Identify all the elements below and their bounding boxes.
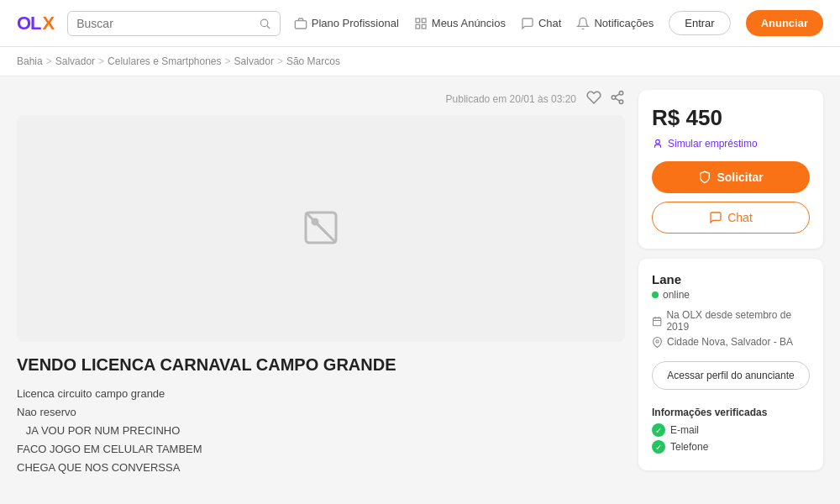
verified-section: Informações verificadas ✓ E-mail ✓ Telef… (652, 407, 810, 454)
logo-ol: OL (17, 13, 41, 34)
verified-email-label: E-mail (670, 424, 699, 436)
grid-icon (414, 17, 428, 30)
desc-line-4: FACO JOGO EM CELULAR TAMBEM (17, 443, 202, 455)
email-check-icon: ✓ (652, 423, 665, 437)
logo-x: X (43, 13, 55, 34)
solicitar-button[interactable]: Solicitar (652, 161, 810, 193)
breadcrumb-sao-marcos[interactable]: São Marcos (286, 55, 340, 67)
anunciar-button[interactable]: Anunciar (746, 10, 823, 36)
seller-location-label: Cidade Nova, Salvador - BA (667, 336, 793, 348)
verified-email: ✓ E-mail (652, 423, 810, 437)
desc-line-5: CHEGA QUE NOS CONVERSSA (17, 461, 180, 474)
breadcrumb-celulares[interactable]: Celulares e Smartphones (108, 55, 221, 67)
seller-olx-since: Na OLX desde setembro de 2019 (652, 309, 810, 333)
svg-rect-2 (295, 20, 306, 28)
breadcrumb-sep-2: > (98, 55, 104, 67)
logo[interactable]: OLX (17, 13, 54, 34)
svg-line-11 (615, 94, 619, 97)
price-value: R$ 450 (652, 105, 810, 131)
breadcrumb-sep-3: > (225, 55, 231, 67)
simular-label: Simular empréstimo (668, 138, 758, 150)
listing-image (17, 115, 625, 342)
seller-card: Lane online Na OLX desde setembro de 201… (638, 259, 823, 470)
chat-label: Chat (727, 211, 753, 224)
nav-items: Plano Profissional Meus Anúncios Chat No… (294, 10, 823, 36)
nav-meus-anuncios[interactable]: Meus Anúncios (414, 17, 506, 30)
search-bar[interactable] (67, 11, 280, 36)
seller-status-label: online (663, 289, 690, 301)
seller-status: online (652, 289, 810, 301)
nav-notificacoes[interactable]: Notificações (576, 17, 654, 30)
published-date: Publicado em 20/01 às 03:20 (446, 93, 576, 105)
shield-icon (698, 171, 711, 184)
verified-phone-label: Telefone (670, 441, 708, 453)
svg-point-20 (656, 339, 659, 342)
svg-point-7 (619, 92, 623, 96)
search-input[interactable] (76, 17, 252, 30)
seller-since-label: Na OLX desde setembro de 2019 (666, 309, 810, 333)
online-indicator (652, 291, 659, 298)
phone-check-icon: ✓ (652, 440, 665, 454)
svg-line-1 (267, 25, 270, 28)
location-icon (652, 337, 663, 348)
svg-rect-16 (654, 318, 661, 325)
verified-title: Informações verificadas (652, 407, 810, 418)
chat-button[interactable]: Chat (652, 202, 810, 234)
breadcrumb-sep-1: > (46, 55, 52, 67)
svg-rect-5 (416, 24, 420, 29)
chat-bubble-icon (709, 211, 722, 224)
image-placeholder-icon (301, 207, 341, 250)
nav-plano[interactable]: Plano Profissional (294, 17, 399, 30)
svg-point-15 (656, 139, 660, 144)
calendar-icon (652, 316, 662, 327)
left-panel: Publicado em 20/01 às 03:20 (17, 90, 625, 477)
briefcase-icon (294, 17, 307, 30)
svg-rect-3 (416, 18, 420, 23)
chat-icon (521, 17, 534, 30)
breadcrumb-sep-4: > (277, 55, 283, 67)
nav-notificacoes-label: Notificações (594, 17, 654, 29)
svg-point-8 (612, 96, 616, 100)
price-card: R$ 450 Simular empréstimo Solicitar Chat (638, 90, 823, 249)
nav-meus-anuncios-label: Meus Anúncios (432, 17, 506, 29)
action-icons (586, 90, 625, 108)
svg-point-0 (261, 19, 268, 26)
desc-line-2: Nao reservo (17, 406, 76, 418)
svg-line-10 (615, 98, 619, 101)
nav-plano-label: Plano Profissional (312, 17, 399, 29)
main-content: Publicado em 20/01 às 03:20 (0, 76, 840, 491)
breadcrumb: Bahia > Salvador > Celulares e Smartphon… (0, 47, 840, 76)
listing-description: Licenca circuito campo grande Nao reserv… (17, 385, 625, 477)
breadcrumb-bahia[interactable]: Bahia (17, 55, 43, 67)
search-icon (259, 17, 270, 30)
breadcrumb-salvador2[interactable]: Salvador (234, 55, 274, 67)
profile-button[interactable]: Acessar perfil do anunciante (652, 361, 810, 390)
seller-name: Lane (652, 272, 810, 286)
share-icon[interactable] (610, 90, 625, 108)
svg-point-9 (619, 100, 623, 104)
right-panel: R$ 450 Simular empréstimo Solicitar Chat (638, 90, 823, 477)
nav-chat-label: Chat (538, 17, 561, 29)
header: OLX Plano Profissional Meus Anúncios Cha… (0, 0, 840, 47)
entrar-button[interactable]: Entrar (669, 11, 730, 35)
solicitar-label: Solicitar (717, 171, 763, 184)
bell-icon (576, 17, 590, 30)
nav-chat[interactable]: Chat (521, 17, 561, 30)
verified-phone: ✓ Telefone (652, 440, 810, 454)
seller-location: Cidade Nova, Salvador - BA (652, 336, 810, 348)
desc-line-1: Licenca circuito campo grande (17, 387, 165, 400)
svg-rect-6 (422, 24, 426, 29)
desc-line-3: JA VOU POR NUM PRECINHO (17, 424, 180, 437)
published-bar: Publicado em 20/01 às 03:20 (17, 90, 625, 108)
listing-title: VENDO LICENCA CARNAVAL CAMPO GRANDE (17, 355, 625, 375)
favorite-icon[interactable] (586, 90, 601, 108)
loan-icon (652, 138, 664, 150)
breadcrumb-salvador[interactable]: Salvador (55, 55, 95, 67)
svg-rect-4 (422, 18, 426, 23)
simular-emprestimo[interactable]: Simular empréstimo (652, 138, 810, 150)
